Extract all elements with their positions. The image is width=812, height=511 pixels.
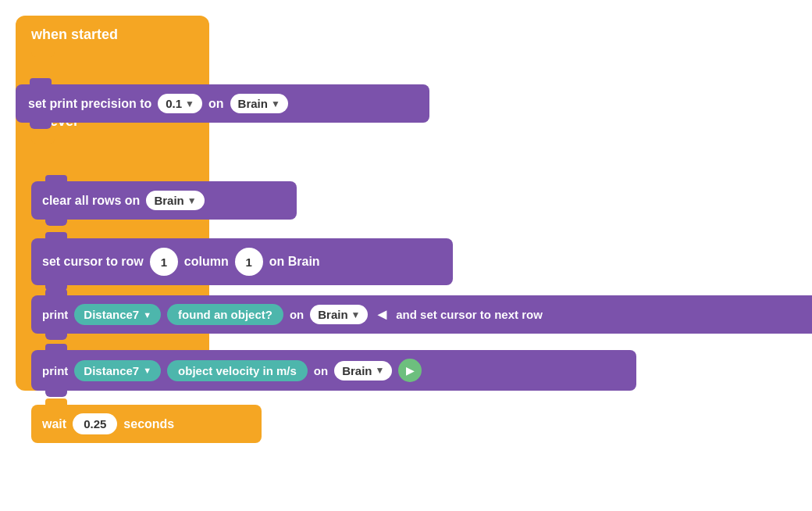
on-label: on	[208, 97, 224, 111]
brain-dropdown-print2[interactable]: Brain ▼	[334, 361, 392, 381]
wait-block: wait 0.25 seconds	[31, 405, 262, 443]
column-value[interactable]: 1	[235, 248, 263, 276]
print2-prefix: print	[42, 364, 68, 377]
row-value[interactable]: 1	[150, 248, 178, 276]
print-block-1: print Distance7 ▼ found an object? on Br…	[31, 295, 812, 334]
precision-dropdown[interactable]: 0.1 ▼	[158, 94, 202, 113]
column-label: column	[184, 255, 229, 269]
chevron-down-icon: ▼	[143, 366, 151, 375]
chevron-down-icon: ▼	[375, 365, 384, 376]
chevron-down-icon: ▼	[143, 310, 151, 320]
blocks-canvas: when started forever ↩ set print precisi…	[8, 8, 812, 508]
distance7-dropdown-2[interactable]: Distance7 ▼	[74, 360, 161, 381]
print2-on: on	[314, 364, 328, 377]
wait-value[interactable]: 0.25	[73, 413, 117, 434]
clear-all-rows-block: clear all rows on Brain ▼	[31, 181, 297, 220]
print1-prefix: print	[42, 308, 68, 321]
brain-dropdown-clear[interactable]: Brain ▼	[146, 191, 204, 210]
found-object-pill: found an object?	[167, 304, 283, 325]
set-print-prefix: set print precision to	[28, 97, 151, 111]
set-cursor-block: set cursor to row 1 column 1 on Brain	[31, 238, 453, 285]
print-block-2: print Distance7 ▼ object velocity in m/s…	[31, 350, 636, 391]
when-started-block: when started	[16, 16, 209, 51]
print1-on: on	[290, 308, 304, 321]
chevron-down-icon: ▼	[351, 309, 361, 320]
wait-prefix: wait	[42, 417, 66, 431]
distance7-dropdown-1[interactable]: Distance7 ▼	[74, 304, 161, 325]
play-button[interactable]: ▶	[398, 359, 422, 382]
brain-dropdown-precision[interactable]: Brain ▼	[230, 94, 288, 113]
chevron-down-icon: ▼	[271, 98, 280, 109]
clear-prefix: clear all rows on	[42, 194, 140, 208]
set-print-precision-block: set print precision to 0.1 ▼ on Brain ▼	[16, 84, 429, 123]
and-set-cursor-label: and set cursor to next row	[396, 308, 543, 321]
velocity-pill: object velocity in m/s	[167, 360, 308, 381]
chevron-down-icon: ▼	[187, 195, 197, 206]
back-triangle-icon: ◄	[374, 306, 390, 323]
when-started-label: when started	[31, 27, 118, 42]
set-cursor-prefix: set cursor to row	[42, 255, 144, 269]
on-brain-label: on Brain	[269, 255, 320, 269]
wait-suffix: seconds	[123, 417, 174, 431]
brain-dropdown-print1[interactable]: Brain ▼	[310, 305, 368, 324]
chevron-down-icon: ▼	[185, 98, 194, 109]
